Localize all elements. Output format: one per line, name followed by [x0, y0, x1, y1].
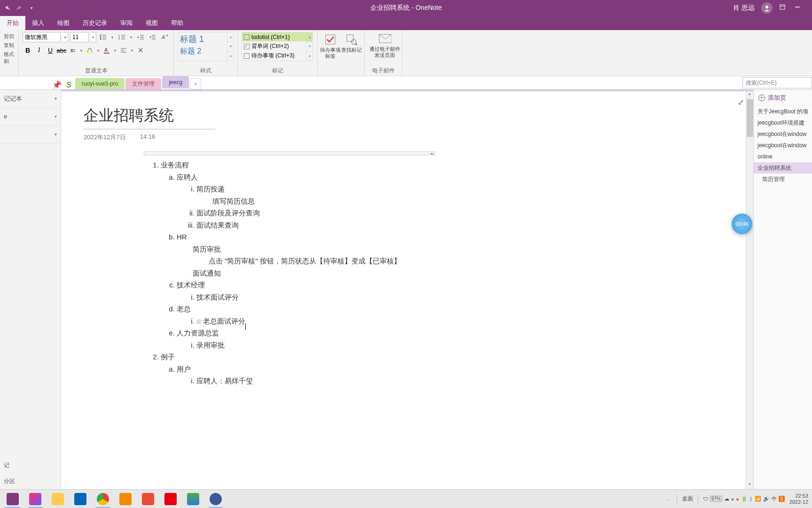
redo-icon[interactable] — [15, 4, 23, 12]
outline-item[interactable]: 面试阶段及评分查询 — [196, 209, 260, 217]
more-icon[interactable]: ▾ — [227, 51, 234, 61]
chevron-down-icon[interactable]: ▾ — [110, 32, 115, 42]
outline-item[interactable]: 用户 — [177, 365, 191, 373]
tray-overflow-icon[interactable]: ︿ — [665, 496, 670, 502]
page-canvas[interactable]: ⤢ 企业招聘系统 2022年12月7日 14:16 · · · ·◂▸ 业务流程… — [61, 90, 753, 489]
outline-item[interactable]: HR — [177, 233, 187, 241]
taskbar-app-icon[interactable] — [70, 490, 91, 508]
chevron-up-icon[interactable]: ▴ — [306, 32, 312, 41]
highlight-icon[interactable] — [85, 45, 95, 56]
qat-customize-icon[interactable]: ▾ — [27, 4, 36, 12]
email-page-button[interactable]: 通过电子邮件发送页面 — [368, 32, 401, 58]
font-size-combo[interactable]: 11 — [70, 32, 89, 42]
chevron-down-icon[interactable]: ▾ — [227, 41, 234, 51]
vertical-scrollbar[interactable]: ▴ ▾ — [746, 91, 753, 489]
subscript-button[interactable]: x2 — [68, 45, 78, 56]
taskbar-chrome-icon[interactable] — [92, 490, 114, 508]
outline-item[interactable]: 人力资源总监 — [177, 329, 219, 337]
add-page-button[interactable]: +添加页 — [754, 90, 812, 106]
search-input[interactable]: 搜索(Ctrl+E) — [742, 77, 812, 88]
taskbar-app-icon[interactable] — [205, 490, 226, 508]
ribbon-mode-icon[interactable] — [779, 4, 788, 12]
user-name[interactable]: 肖 思远 — [733, 4, 755, 12]
chevron-down-icon[interactable]: ▾ — [130, 45, 134, 56]
tab-draw[interactable]: 绘图 — [51, 16, 76, 30]
tray-sogou-icon[interactable]: S — [779, 496, 785, 502]
style-heading2[interactable]: 标题 2 — [178, 46, 234, 57]
undo-icon[interactable] — [3, 4, 11, 12]
scroll-down-icon[interactable]: ▾ — [746, 482, 753, 489]
chevron-down-icon[interactable]: ▾ — [62, 32, 68, 42]
outline-item[interactable]: 老总面试评分 — [203, 317, 245, 325]
chevron-down-icon[interactable]: ▾ — [129, 32, 133, 42]
todo-tag-button[interactable]: 待办事项标签 — [320, 33, 341, 59]
outline-item[interactable]: 填写简历信息 — [196, 195, 429, 207]
outdent-icon[interactable] — [135, 32, 146, 42]
font-color-icon[interactable]: A — [102, 45, 112, 56]
page-list-item[interactable]: online — [754, 151, 812, 162]
tag-todo[interactable]: 待办事项 (Ctrl+3) — [242, 51, 312, 60]
page-list-item[interactable]: 关于JeecgBoot 的项 — [754, 106, 812, 117]
clear-format-icon[interactable]: A — [159, 32, 170, 42]
sidebar-notes-label[interactable]: 记 — [4, 461, 9, 469]
outline-item[interactable]: 应聘人：易烊千玺 — [196, 377, 253, 385]
cut-button[interactable]: 剪切 — [4, 32, 15, 41]
outline-item[interactable]: 点击 "简历审核" 按钮，简历状态从【待审核】变成【已审核】 — [193, 255, 429, 267]
tray-app-icon[interactable]: ● — [731, 496, 734, 502]
underline-button[interactable]: U — [45, 45, 55, 56]
tray-security-icon[interactable]: 🛡 — [703, 496, 708, 502]
pin-icon[interactable]: 📌 — [52, 80, 62, 89]
tray-desktop-label[interactable]: 桌面 — [682, 495, 693, 503]
page-list-item[interactable]: 企业招聘系统 — [754, 162, 812, 174]
tray-volume-icon[interactable]: 🔊 — [763, 496, 770, 502]
tab-home[interactable]: 开始 — [0, 16, 25, 30]
delete-icon[interactable]: ✕ — [135, 45, 146, 56]
tag-todolist[interactable]: todolist (Ctrl+1) — [242, 32, 312, 41]
tag-vocab[interactable]: 背单词 (Ctrl+2) — [242, 42, 312, 51]
expand-icon[interactable]: ⤢ — [738, 98, 744, 107]
section-dropdown[interactable]: e▾ — [0, 108, 61, 126]
outline-item[interactable]: 简历投递 — [196, 185, 225, 193]
outline-item[interactable]: 面试结果查询 — [196, 221, 239, 229]
add-section-button[interactable]: ＋ — [190, 78, 201, 89]
notebook-dropdown[interactable]: 记记本▾ — [0, 90, 61, 108]
outline-item[interactable]: 技术经理 — [177, 281, 205, 289]
format-painter-button[interactable]: 格式刷 — [4, 50, 15, 66]
taskbar-app-icon[interactable] — [182, 490, 204, 508]
tab-help[interactable]: 帮助 — [164, 16, 190, 30]
align-icon[interactable] — [118, 45, 129, 56]
page-list-item[interactable]: jeecgboot在window — [754, 140, 812, 151]
tray-battery-icon[interactable]: 🔋 — [741, 496, 748, 502]
page-date[interactable]: 2022年12月7日 — [84, 133, 126, 142]
chevron-down-icon[interactable]: ▾ — [91, 32, 96, 42]
numbering-icon[interactable]: 123 — [117, 32, 127, 42]
taskbar-vmware-icon[interactable] — [115, 490, 136, 508]
style-heading1[interactable]: 标题 1 — [178, 32, 234, 46]
note-container[interactable]: · · · ·◂▸ 业务流程 应聘人 简历投递 填写简历信息 面试阶段及评分查询 — [144, 151, 435, 391]
chevron-down-icon[interactable]: ▾ — [306, 41, 312, 51]
tab-history[interactable]: 历史记录 — [76, 16, 114, 30]
font-name-combo[interactable]: 微软雅黑 — [23, 32, 61, 42]
scroll-up-icon[interactable]: ▴ — [746, 91, 753, 99]
chevron-down-icon[interactable]: ▾ — [79, 45, 84, 56]
outline-item[interactable]: 老总 — [177, 305, 191, 313]
sync-icon[interactable]: S — [66, 81, 71, 89]
outline-item[interactable]: 技术面试评分 — [196, 293, 239, 301]
minimize-icon[interactable] — [794, 4, 803, 12]
page-title[interactable]: 企业招聘系统 — [84, 105, 753, 126]
section-tab-files[interactable]: 文件管理 — [125, 78, 161, 89]
tray-clock[interactable]: 22:53 2022-12 — [789, 493, 808, 504]
outline-item[interactable]: 例子 — [161, 353, 175, 361]
sidebar-sections-label[interactable]: 分区 — [4, 477, 15, 485]
tray-cloud-icon[interactable]: ☁ — [724, 496, 729, 502]
tab-insert[interactable]: 插入 — [25, 16, 51, 30]
timer-badge[interactable]: 00:46 — [732, 214, 752, 234]
taskbar-intellij-icon[interactable] — [24, 490, 46, 508]
chevron-down-icon[interactable]: ▾ — [96, 45, 101, 56]
outline-item[interactable]: 应聘人 — [177, 173, 198, 181]
taskbar-explorer-icon[interactable] — [47, 490, 69, 508]
tray-wifi-icon[interactable]: 📶 — [755, 496, 761, 502]
copy-button[interactable]: 复制 — [4, 41, 15, 50]
scroll-thumb[interactable] — [747, 99, 753, 137]
section-expand[interactable]: ▾ — [0, 126, 61, 143]
